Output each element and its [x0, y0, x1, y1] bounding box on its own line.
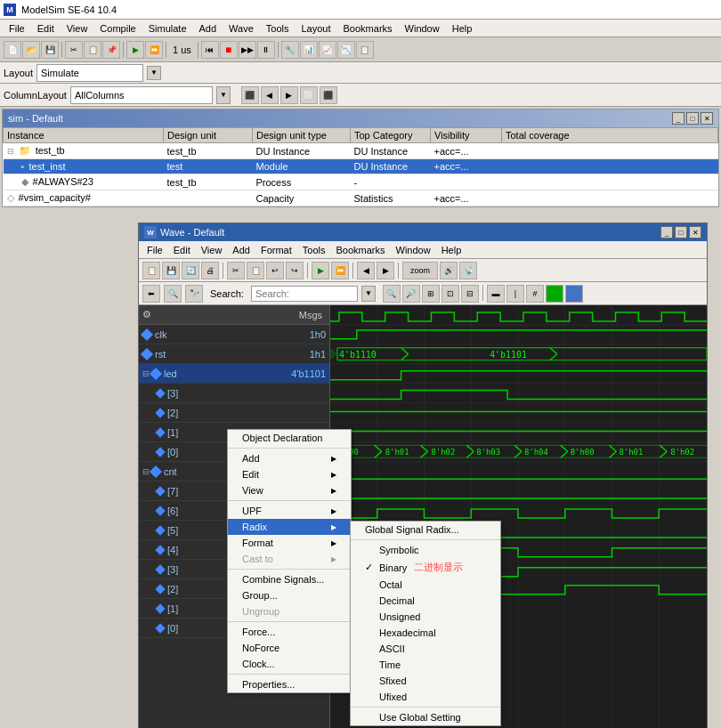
- tb1[interactable]: 🔧: [281, 41, 299, 59]
- radix-octal[interactable]: Octal: [351, 577, 500, 593]
- run-btn[interactable]: ▶: [126, 41, 144, 59]
- wave-tb-green[interactable]: [546, 285, 563, 303]
- layout-arrow[interactable]: ▼: [147, 66, 161, 80]
- zoom-out[interactable]: 🔎: [402, 285, 420, 303]
- tb3[interactable]: 📈: [319, 41, 336, 59]
- menu-view[interactable]: View: [61, 22, 93, 35]
- radix-symbolic[interactable]: Symbolic: [351, 542, 500, 558]
- wt5[interactable]: ✂: [227, 262, 245, 279]
- col-instance[interactable]: Instance: [4, 128, 164, 143]
- wave-close-btn[interactable]: ✕: [689, 226, 701, 239]
- menu-layout[interactable]: Layout: [296, 22, 336, 35]
- menu-edit[interactable]: Edit: [32, 22, 60, 35]
- menu-bookmarks[interactable]: Bookmarks: [338, 22, 398, 35]
- menu-tools[interactable]: Tools: [261, 22, 295, 35]
- wt10[interactable]: ⏩: [331, 262, 349, 279]
- signal-row-led3[interactable]: [3]: [139, 384, 329, 403]
- restart-btn[interactable]: ⏮: [201, 41, 219, 59]
- copy-btn[interactable]: 📋: [84, 41, 101, 59]
- expand-icon[interactable]: ⊟: [7, 147, 14, 156]
- wt23[interactable]: 🔭: [185, 285, 203, 303]
- search-arrow[interactable]: ▼: [361, 286, 376, 302]
- col-visibility[interactable]: Visibility: [431, 128, 502, 143]
- ctx-combine[interactable]: Combine Signals...: [228, 571, 351, 587]
- signal-row-rst[interactable]: rst 1h1: [139, 344, 329, 364]
- wt12[interactable]: ▶: [377, 262, 394, 279]
- zoom-sel[interactable]: ⊡: [442, 285, 459, 303]
- radix-ascii[interactable]: ASCII: [351, 641, 500, 657]
- ctx-force[interactable]: Force...: [228, 624, 351, 640]
- wave-tb-blue[interactable]: [565, 285, 583, 303]
- open-btn[interactable]: 📂: [22, 41, 40, 59]
- tb4[interactable]: 📉: [337, 41, 355, 59]
- wave-menu-tools[interactable]: Tools: [298, 244, 330, 256]
- menu-compile[interactable]: Compile: [94, 22, 141, 35]
- wave-menu-bookmarks[interactable]: Bookmarks: [331, 244, 389, 256]
- wave-menu-format[interactable]: Format: [256, 244, 296, 256]
- col-top-cat[interactable]: Top Category: [351, 128, 431, 143]
- ctx-properties[interactable]: Properties...: [228, 676, 351, 692]
- menu-help[interactable]: Help: [447, 22, 478, 35]
- col-tb4[interactable]: ⬜: [300, 86, 318, 104]
- col-layout-arrow[interactable]: ▼: [216, 86, 231, 104]
- layout-select[interactable]: [36, 64, 143, 82]
- sim-max-btn[interactable]: □: [686, 112, 699, 125]
- break-btn[interactable]: ⏸: [257, 41, 275, 59]
- radix-time[interactable]: Time: [351, 657, 500, 673]
- wave-menu-window[interactable]: Window: [392, 244, 435, 256]
- wave-tb-grid[interactable]: #: [526, 285, 544, 303]
- radix-unsigned[interactable]: Unsigned: [351, 609, 500, 625]
- radix-use-global[interactable]: Use Global Setting: [351, 709, 500, 725]
- menu-simulate[interactable]: Simulate: [143, 22, 192, 35]
- step-btn[interactable]: ⏩: [145, 41, 163, 59]
- wt1[interactable]: 📋: [142, 262, 160, 279]
- menu-add[interactable]: Add: [194, 22, 223, 35]
- table-row[interactable]: ◆ #ALWAYS#23 test_tb Process -: [4, 174, 718, 190]
- wave-menu-add[interactable]: Add: [228, 244, 255, 256]
- signal-row-clk[interactable]: clk 1h0: [139, 325, 329, 344]
- col-layout-select[interactable]: [70, 86, 213, 104]
- save-btn[interactable]: 💾: [41, 41, 59, 59]
- col-coverage[interactable]: Total coverage: [502, 128, 718, 143]
- table-row[interactable]: ⊟ 📁 test_tb test_tb DU Instance DU Insta…: [4, 143, 718, 159]
- wave-tb-vert[interactable]: |: [506, 285, 524, 303]
- wave-tb-bars[interactable]: ▬: [487, 285, 505, 303]
- cut-btn[interactable]: ✂: [65, 41, 83, 59]
- new-btn[interactable]: 📄: [4, 41, 21, 59]
- wave-max-btn[interactable]: □: [675, 226, 687, 239]
- wt6[interactable]: 📋: [247, 262, 264, 279]
- ctx-object-declaration[interactable]: Object Declaration: [228, 430, 351, 446]
- wt21[interactable]: ⬅: [142, 285, 160, 303]
- wt13[interactable]: zoom: [402, 262, 438, 279]
- ctx-edit[interactable]: Edit ▶: [228, 466, 351, 482]
- wave-menu-help[interactable]: Help: [437, 244, 466, 256]
- menu-wave[interactable]: Wave: [223, 22, 259, 35]
- wt9[interactable]: ▶: [312, 262, 329, 279]
- col-tb5[interactable]: ⬛: [320, 86, 337, 104]
- wt4[interactable]: 🖨: [201, 262, 219, 279]
- col-tb2[interactable]: ◀: [261, 86, 279, 104]
- ctx-ungroup[interactable]: Ungroup: [228, 603, 351, 619]
- wt2[interactable]: 💾: [162, 262, 180, 279]
- ctx-add[interactable]: Add ▶: [228, 450, 351, 466]
- wt15[interactable]: 📡: [459, 262, 477, 279]
- ctx-cast-to[interactable]: Cast to ▶: [228, 551, 351, 567]
- table-row[interactable]: ◇ #vsim_capacity# Capacity Statistics +a…: [4, 190, 718, 206]
- signal-row-led[interactable]: ⊟ led 4'b1101: [139, 364, 329, 384]
- sim-close-btn[interactable]: ✕: [701, 112, 713, 125]
- sim-minus-btn[interactable]: _: [672, 112, 685, 125]
- wave-search-input[interactable]: [251, 286, 358, 302]
- wt3[interactable]: 🔄: [182, 262, 199, 279]
- wave-menu-edit[interactable]: Edit: [169, 244, 195, 256]
- ctx-radix[interactable]: Radix ▶: [228, 519, 351, 535]
- wt14[interactable]: 🔊: [440, 262, 458, 279]
- radix-sfixed[interactable]: Sfixed: [351, 673, 500, 689]
- radix-binary[interactable]: ✓ Binary 二进制显示: [351, 558, 500, 577]
- col-tb3[interactable]: ▶: [280, 86, 298, 104]
- wt22[interactable]: 🔍: [164, 285, 182, 303]
- wt11[interactable]: ◀: [357, 262, 375, 279]
- radix-ufixed[interactable]: Ufixed: [351, 689, 500, 705]
- tb5[interactable]: 📋: [356, 41, 374, 59]
- zoom-full[interactable]: ⊟: [461, 285, 479, 303]
- wave-menu-file[interactable]: File: [142, 244, 167, 256]
